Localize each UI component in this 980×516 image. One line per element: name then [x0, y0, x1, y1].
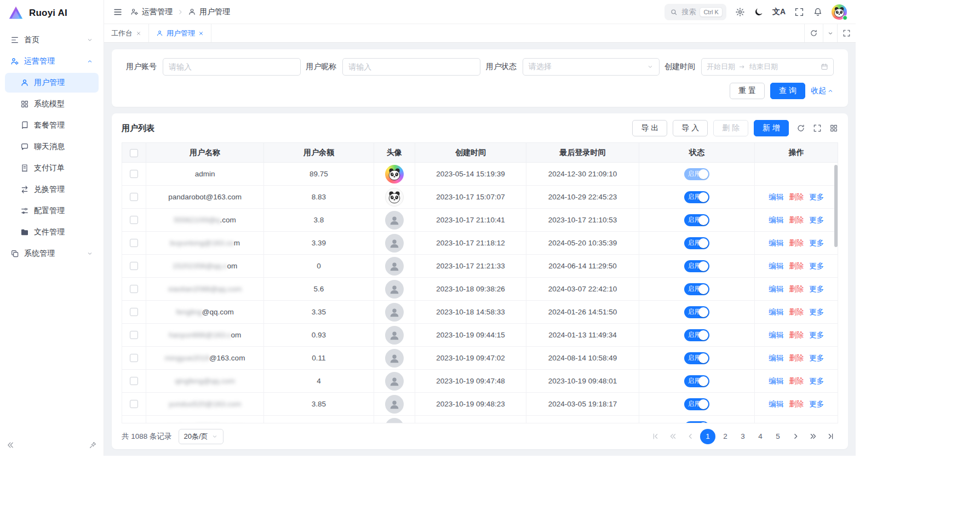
notification-bell-icon[interactable]: [813, 7, 823, 17]
reset-button[interactable]: 重 置: [730, 83, 765, 99]
global-search[interactable]: 搜索 Ctrl K: [664, 4, 726, 20]
more-link[interactable]: 更多: [809, 308, 824, 316]
user-avatar[interactable]: [832, 4, 847, 20]
column-settings-icon[interactable]: [829, 124, 838, 133]
more-link[interactable]: 更多: [809, 239, 824, 247]
sidebar-item-system-models[interactable]: 系统模型: [5, 94, 99, 114]
column-header[interactable]: 状态: [639, 143, 755, 163]
more-link[interactable]: 更多: [809, 216, 824, 224]
pin-icon[interactable]: [89, 441, 97, 449]
row-checkbox[interactable]: [130, 354, 138, 362]
status-toggle[interactable]: 启用: [684, 375, 709, 387]
dark-mode-icon[interactable]: [754, 7, 764, 17]
sidebar-item-operations[interactable]: 运营管理: [5, 51, 99, 71]
content-fullscreen-icon[interactable]: [837, 24, 856, 42]
add-button[interactable]: 新 增: [754, 120, 789, 136]
more-link[interactable]: 更多: [809, 354, 824, 362]
settings-gear-icon[interactable]: [735, 7, 745, 17]
sidebar-item-system-management[interactable]: 系统管理: [5, 244, 99, 263]
more-link[interactable]: 更多: [809, 331, 824, 339]
status-toggle[interactable]: 启用: [684, 329, 709, 341]
sidebar-item-chat-messages[interactable]: 聊天消息: [5, 137, 99, 157]
edit-link[interactable]: 编辑: [769, 377, 783, 385]
tab-workbench[interactable]: 工作台: [104, 24, 149, 42]
edit-link[interactable]: 编辑: [769, 400, 783, 408]
more-link[interactable]: 更多: [809, 400, 824, 408]
delete-link[interactable]: 删除: [789, 308, 804, 316]
page-5-button[interactable]: 5: [770, 429, 786, 444]
status-toggle[interactable]: 启用: [684, 283, 709, 295]
row-checkbox[interactable]: [130, 216, 138, 224]
status-select[interactable]: 请选择: [523, 58, 660, 76]
page-4-button[interactable]: 4: [753, 429, 768, 444]
row-checkbox[interactable]: [130, 331, 138, 339]
more-link[interactable]: 更多: [809, 423, 824, 423]
row-checkbox[interactable]: [130, 400, 138, 408]
select-all-checkbox[interactable]: [130, 149, 138, 157]
search-button[interactable]: 查 询: [770, 83, 805, 99]
edit-link[interactable]: 编辑: [769, 423, 783, 423]
delete-link[interactable]: 删除: [789, 377, 804, 385]
row-checkbox[interactable]: [130, 377, 138, 385]
tab-user-management[interactable]: 用户管理: [149, 24, 211, 42]
menu-toggle-icon[interactable]: [113, 7, 123, 17]
row-checkbox[interactable]: [130, 262, 138, 270]
refresh-icon[interactable]: [796, 124, 805, 133]
row-checkbox[interactable]: [130, 170, 138, 178]
breadcrumb-operations[interactable]: 运营管理: [130, 7, 173, 17]
import-button[interactable]: 导 入: [673, 120, 708, 136]
more-link[interactable]: 更多: [809, 193, 824, 201]
export-button[interactable]: 导 出: [632, 120, 667, 136]
page-size-select[interactable]: 20条/页: [179, 429, 223, 444]
sidebar-item-package-management[interactable]: 套餐管理: [5, 116, 99, 135]
status-toggle[interactable]: 启用: [684, 306, 709, 318]
sidebar-item-home[interactable]: 首页: [5, 30, 99, 50]
table-scrollbar[interactable]: [834, 163, 838, 422]
next-5-pages-button[interactable]: [805, 429, 821, 444]
row-checkbox[interactable]: [130, 193, 138, 201]
more-link[interactable]: 更多: [809, 377, 824, 385]
column-header[interactable]: 创建时间: [415, 143, 526, 163]
status-toggle[interactable]: 启用: [684, 260, 709, 272]
column-header[interactable]: 头像: [374, 143, 415, 163]
collapse-filter-link[interactable]: 收起: [811, 86, 834, 96]
column-header[interactable]: 操作: [755, 143, 838, 163]
column-header[interactable]: 用户名称: [146, 143, 263, 163]
status-toggle[interactable]: 启用: [684, 191, 709, 203]
sidebar-collapse-button[interactable]: [7, 441, 15, 449]
breadcrumb-user-management[interactable]: 用户管理: [188, 7, 230, 17]
next-page-button[interactable]: [788, 429, 803, 444]
prev-5-pages-button[interactable]: [665, 429, 680, 444]
delete-button[interactable]: 删 除: [713, 120, 748, 136]
delete-link[interactable]: 删除: [789, 193, 804, 201]
edit-link[interactable]: 编辑: [769, 239, 783, 247]
delete-link[interactable]: 删除: [789, 354, 804, 362]
last-page-button[interactable]: [823, 429, 838, 444]
status-toggle[interactable]: 启用: [684, 214, 709, 226]
status-toggle[interactable]: 启用: [684, 237, 709, 249]
row-checkbox[interactable]: [130, 239, 138, 247]
delete-link[interactable]: 删除: [789, 216, 804, 224]
first-page-button[interactable]: [647, 429, 663, 444]
date-range-picker[interactable]: 开始日期 结束日期: [701, 58, 834, 76]
chevron-down-icon[interactable]: [823, 24, 837, 42]
prev-page-button[interactable]: [683, 429, 698, 444]
nickname-input[interactable]: [342, 58, 480, 76]
close-icon[interactable]: [136, 31, 141, 36]
edit-link[interactable]: 编辑: [769, 354, 783, 362]
column-header[interactable]: 最后登录时间: [526, 143, 639, 163]
delete-link[interactable]: 删除: [789, 423, 804, 423]
sidebar-item-user-management[interactable]: 用户管理: [5, 73, 99, 93]
status-toggle[interactable]: 启用: [684, 398, 709, 410]
page-2-button[interactable]: 2: [718, 429, 733, 444]
delete-link[interactable]: 删除: [789, 262, 804, 270]
delete-link[interactable]: 删除: [789, 331, 804, 339]
edit-link[interactable]: 编辑: [769, 331, 783, 339]
column-header[interactable]: 用户余额: [263, 143, 374, 163]
page-3-button[interactable]: 3: [735, 429, 750, 444]
status-toggle[interactable]: 启用: [684, 168, 709, 180]
fullscreen-icon[interactable]: [794, 7, 804, 17]
row-checkbox[interactable]: [130, 285, 138, 293]
more-link[interactable]: 更多: [809, 262, 824, 270]
edit-link[interactable]: 编辑: [769, 308, 783, 316]
